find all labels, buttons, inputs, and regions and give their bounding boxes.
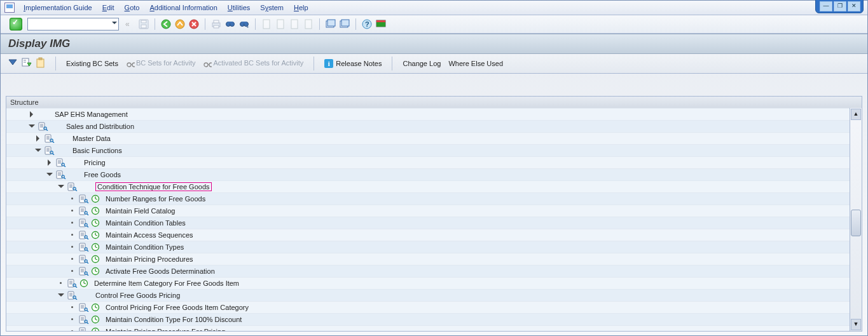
img-doc-icon[interactable] bbox=[67, 182, 78, 191]
img-doc-icon[interactable] bbox=[79, 243, 89, 252]
tree-node[interactable]: Maintain Field Catalog bbox=[6, 205, 850, 217]
next-page-icon[interactable] bbox=[289, 18, 300, 30]
collapse-icon[interactable] bbox=[34, 147, 42, 154]
back-icon[interactable] bbox=[160, 18, 172, 30]
img-tree[interactable]: SAP EHS ManagementSales and Distribution… bbox=[6, 108, 850, 331]
img-activity-icon[interactable] bbox=[90, 267, 100, 276]
img-doc-icon[interactable] bbox=[45, 134, 55, 143]
minimize-button[interactable]: — bbox=[820, 1, 832, 11]
tree-node[interactable]: Maintain Access Sequences bbox=[6, 229, 850, 241]
img-activity-icon[interactable] bbox=[90, 327, 100, 331]
img-doc-icon[interactable] bbox=[79, 206, 89, 215]
where-else-used-button[interactable]: Where Else Used bbox=[444, 60, 507, 67]
chevrons-left-icon[interactable]: « bbox=[124, 18, 135, 30]
add-to-worklist-icon[interactable] bbox=[21, 57, 34, 70]
first-page-icon[interactable] bbox=[261, 18, 272, 30]
img-doc-icon[interactable] bbox=[79, 231, 89, 239]
img-activity-icon[interactable] bbox=[90, 303, 100, 312]
print-icon[interactable] bbox=[210, 18, 222, 30]
tree-node[interactable]: Determine Item Category For Free Goods I… bbox=[6, 277, 850, 289]
img-activity-icon[interactable] bbox=[90, 194, 100, 203]
menu-help[interactable]: Help bbox=[294, 4, 308, 11]
find-icon[interactable] bbox=[224, 18, 236, 30]
img-doc-icon[interactable] bbox=[79, 303, 89, 312]
img-doc-icon[interactable] bbox=[67, 279, 78, 288]
tree-node[interactable]: Control Free Goods Pricing bbox=[6, 289, 850, 301]
close-button[interactable]: ✕ bbox=[848, 1, 860, 11]
tree-node[interactable]: Activate Free Goods Determination bbox=[6, 265, 850, 277]
scroll-thumb[interactable] bbox=[851, 210, 861, 236]
help-icon[interactable] bbox=[361, 18, 373, 30]
vertical-scrollbar[interactable]: ▲ ▼ bbox=[850, 108, 862, 331]
tree-node[interactable]: Basic Functions bbox=[6, 144, 850, 156]
create-shortcut-icon[interactable] bbox=[339, 18, 350, 30]
img-activity-icon[interactable] bbox=[90, 315, 100, 324]
standard-toolbar: « bbox=[1, 15, 867, 34]
img-activity-icon[interactable] bbox=[90, 243, 100, 252]
img-activity-icon[interactable] bbox=[90, 218, 100, 227]
customize-layout-icon[interactable] bbox=[375, 18, 387, 30]
prev-page-icon[interactable] bbox=[275, 18, 286, 30]
new-session-icon[interactable] bbox=[325, 18, 336, 30]
tree-node[interactable]: SAP EHS Management bbox=[6, 108, 850, 120]
img-doc-icon[interactable] bbox=[38, 122, 48, 131]
collapse-icon[interactable] bbox=[46, 171, 53, 178]
exit-icon[interactable] bbox=[174, 18, 186, 30]
img-doc-icon[interactable] bbox=[67, 291, 78, 300]
tree-node[interactable]: Number Ranges for Free Goods bbox=[6, 192, 850, 205]
tree-node[interactable]: Condition Technique for Free Goods bbox=[6, 180, 850, 192]
enter-icon[interactable] bbox=[10, 18, 22, 30]
collapse-icon[interactable] bbox=[28, 123, 36, 130]
img-doc-icon[interactable] bbox=[79, 327, 89, 331]
tree-node[interactable]: Maintain Condition Type For 100% Discoun… bbox=[6, 313, 850, 325]
bc-sets-for-activity-button[interactable]: BC Sets for Activity bbox=[122, 59, 200, 68]
tree-node[interactable]: Control Pricing For Free Goods Item Cate… bbox=[6, 301, 850, 313]
img-activity-icon[interactable] bbox=[90, 231, 100, 239]
change-log-button[interactable]: Change Log bbox=[399, 60, 444, 67]
release-notes-button[interactable]: iRelease Notes bbox=[320, 59, 385, 68]
menu-goto[interactable]: Goto bbox=[125, 4, 140, 11]
expand-icon[interactable] bbox=[28, 111, 36, 118]
tree-node[interactable]: Maintain Pricing Procedures bbox=[6, 253, 850, 265]
menu-additional-information[interactable]: Additional Information bbox=[149, 4, 217, 11]
img-activity-icon[interactable] bbox=[90, 206, 100, 215]
collapse-icon[interactable] bbox=[57, 292, 65, 299]
save-icon[interactable] bbox=[138, 18, 149, 30]
tree-node[interactable]: Maintain Condition Tables bbox=[6, 217, 850, 229]
command-field[interactable] bbox=[27, 18, 119, 30]
menu-implementation-guide[interactable]: Implementation Guide bbox=[24, 4, 92, 11]
menu-utilities[interactable]: Utilities bbox=[228, 4, 250, 11]
menu-edit[interactable]: Edit bbox=[102, 4, 114, 11]
img-doc-icon[interactable] bbox=[79, 315, 89, 324]
expand-icon[interactable] bbox=[46, 159, 53, 166]
find-next-icon[interactable] bbox=[238, 18, 250, 30]
clipboard-icon[interactable] bbox=[35, 57, 48, 70]
img-doc-icon[interactable] bbox=[79, 267, 89, 276]
img-activity-icon[interactable] bbox=[79, 279, 89, 288]
expand-icon[interactable] bbox=[34, 135, 42, 142]
collapse-icon[interactable] bbox=[57, 183, 65, 191]
menu-system[interactable]: System bbox=[260, 4, 284, 11]
activated-bc-sets-button[interactable]: Activated BC Sets for Activity bbox=[199, 59, 307, 68]
app-menu-icon[interactable] bbox=[4, 3, 15, 13]
scroll-up-button[interactable]: ▲ bbox=[851, 109, 861, 120]
cancel-icon[interactable] bbox=[188, 18, 200, 30]
existing-bc-sets-button[interactable]: Existing BC Sets bbox=[62, 60, 122, 67]
img-doc-icon[interactable] bbox=[56, 170, 66, 179]
tree-node[interactable]: Maintain Pricing Procedure For Pricing bbox=[6, 325, 850, 331]
tree-node[interactable]: Pricing bbox=[6, 156, 850, 168]
restore-button[interactable]: ❐ bbox=[834, 1, 846, 11]
expand-all-icon[interactable] bbox=[7, 57, 20, 70]
img-doc-icon[interactable] bbox=[79, 218, 89, 227]
tree-node[interactable]: Free Goods bbox=[6, 168, 850, 180]
scroll-down-button[interactable]: ▼ bbox=[851, 319, 861, 330]
img-activity-icon[interactable] bbox=[90, 255, 100, 264]
img-doc-icon[interactable] bbox=[79, 194, 89, 203]
img-doc-icon[interactable] bbox=[79, 255, 89, 264]
tree-node[interactable]: Maintain Condition Types bbox=[6, 241, 850, 253]
img-doc-icon[interactable] bbox=[45, 146, 55, 155]
last-page-icon[interactable] bbox=[303, 18, 314, 30]
tree-node[interactable]: Sales and Distribution bbox=[6, 120, 850, 132]
img-doc-icon[interactable] bbox=[56, 158, 66, 167]
tree-node[interactable]: Master Data bbox=[6, 132, 850, 144]
